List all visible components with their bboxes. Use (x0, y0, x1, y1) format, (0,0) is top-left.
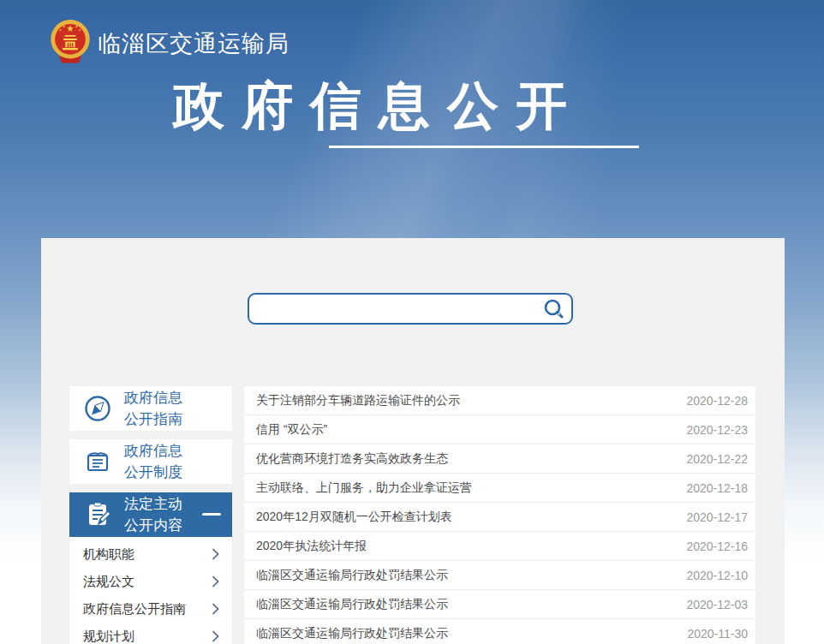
sidebar-item-label: 政府信息 公开指南 (124, 387, 182, 430)
sidebar-subitem-org-functions[interactable]: 机构职能 (69, 540, 232, 568)
chevron-right-icon (212, 630, 219, 642)
sidebar-item-legal-active-disclosure[interactable]: 法定主动 公开内容 (69, 492, 232, 537)
search-icon (543, 298, 565, 320)
title-underline (329, 146, 639, 148)
sidebar-item-label: 法定主动 公开内容 (124, 493, 182, 536)
sidebar-subitem-disclosure-guide[interactable]: 政府信息公开指南 (69, 595, 232, 623)
article-date: 2020-12-28 (686, 394, 748, 408)
article-row[interactable]: 临淄区交通运输局行政处罚结果公示 2020-11-30 (244, 619, 755, 644)
national-emblem-icon (48, 17, 93, 67)
article-date: 2020-12-03 (686, 598, 748, 611)
subitem-label: 法规公文 (83, 574, 134, 590)
article-date: 2020-12-23 (686, 423, 748, 437)
sidebar-subitem-plans[interactable]: 规划计划 (69, 623, 232, 644)
article-date: 2020-11-30 (687, 627, 748, 641)
sidebar-submenu: 机构职能 法规公文 政府信息公开指南 规划计划 (69, 537, 232, 644)
sidebar: 政府信息 公开指南 政府信息 公开制度 (69, 386, 232, 644)
article-link[interactable]: 主动联络、上门服务，助力企业拿证运营 (256, 480, 472, 496)
sidebar-item-disclosure-guide[interactable]: 政府信息 公开指南 (69, 386, 232, 431)
sidebar-item-disclosure-system[interactable]: 政府信息 公开制度 (69, 439, 232, 484)
subitem-label: 政府信息公开指南 (83, 601, 186, 617)
article-date: 2020-12-10 (686, 569, 748, 582)
article-row[interactable]: 临淄区交通运输局行政处罚结果公示 2020-12-03 (244, 590, 755, 619)
sidebar-subitem-regulations[interactable]: 法规公文 (69, 568, 232, 595)
article-list: 关于注销部分车辆道路运输证件的公示 2020-12-28 信用 “双公示” 20… (244, 386, 755, 644)
clipboard-pencil-icon (83, 500, 112, 529)
article-row[interactable]: 信用 “双公示” 2020-12-23 (244, 415, 755, 444)
chevron-right-icon (212, 575, 219, 587)
book-icon (83, 447, 112, 476)
page-title: 政府信息公开 (173, 72, 584, 141)
article-row[interactable]: 2020年执法统计年报 2020-12-16 (244, 532, 755, 561)
chevron-right-icon (212, 548, 219, 560)
search-bar (248, 293, 573, 325)
sidebar-item-label: 政府信息 公开制度 (124, 440, 182, 483)
article-row[interactable]: 优化营商环境打造务实高效政务生态 2020-12-22 (244, 444, 755, 474)
minus-icon (202, 513, 221, 516)
article-row[interactable]: 临淄区交通运输局行政处罚结果公示 2020-12-10 (244, 561, 755, 590)
article-link[interactable]: 2020年执法统计年报 (256, 539, 367, 554)
article-row[interactable]: 关于注销部分车辆道路运输证件的公示 2020-12-28 (244, 386, 755, 415)
article-link[interactable]: 临淄区交通运输局行政处罚结果公示 (256, 568, 448, 583)
article-date: 2020-12-18 (686, 481, 748, 495)
article-link[interactable]: 优化营商环境打造务实高效政务生态 (256, 451, 448, 467)
article-link[interactable]: 信用 “双公示” (256, 422, 327, 438)
article-link[interactable]: 临淄区交通运输局行政处罚结果公示 (256, 597, 448, 612)
article-row[interactable]: 2020年12月双随机一公开检查计划表 2020-12-17 (244, 503, 755, 532)
article-link[interactable]: 临淄区交通运输局行政处罚结果公示 (256, 626, 448, 641)
article-date: 2020-12-16 (686, 540, 748, 553)
org-name: 临淄区交通运输局 (98, 28, 290, 59)
article-date: 2020-12-17 (686, 510, 748, 524)
content-panel: 政府信息 公开指南 政府信息 公开制度 (41, 238, 785, 644)
subitem-label: 机构职能 (83, 546, 134, 563)
search-input[interactable] (249, 295, 542, 323)
chevron-right-icon (212, 603, 219, 615)
subitem-label: 规划计划 (83, 629, 134, 644)
page: 临淄区交通运输局 政府信息公开 (0, 0, 824, 644)
article-link[interactable]: 关于注销部分车辆道路运输证件的公示 (256, 393, 460, 408)
article-row[interactable]: 主动联络、上门服务，助力企业拿证运营 2020-12-18 (244, 474, 755, 503)
article-link[interactable]: 2020年12月双随机一公开检查计划表 (256, 510, 452, 525)
compass-icon (83, 394, 112, 423)
search-button[interactable] (542, 295, 571, 323)
article-date: 2020-12-22 (686, 452, 748, 466)
